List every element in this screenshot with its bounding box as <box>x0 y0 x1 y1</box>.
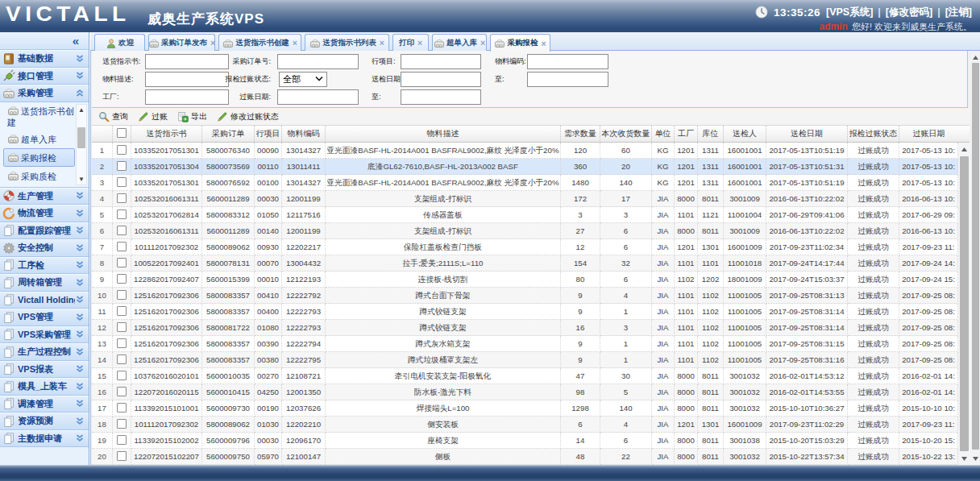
column-header[interactable]: 报检过账状态 <box>848 126 899 142</box>
grid-row-13[interactable]: 1312516201709230658000833570039012222794… <box>92 336 958 352</box>
grid-row-5[interactable]: 510253201706281458000833120105012117516传… <box>92 207 958 223</box>
checkbox-icon[interactable] <box>117 193 127 203</box>
tab-欢迎[interactable]: 欢迎 <box>94 34 145 51</box>
checkbox-icon[interactable] <box>117 161 127 171</box>
grid-row-20[interactable]: 2012207201510220756000097500597012100147… <box>92 449 958 465</box>
column-header[interactable]: 工厂 <box>675 126 698 142</box>
checkbox-icon[interactable] <box>117 403 127 413</box>
column-header[interactable]: 过账日期 <box>899 126 958 142</box>
submenu-scrollbar[interactable]: ▲ ▼ <box>76 104 87 185</box>
tab-close-icon[interactable]: × <box>417 39 422 47</box>
column-header[interactable]: 本次收货数量 <box>600 126 652 142</box>
filter-input-至[interactable] <box>401 89 481 105</box>
page-scrollbar-thumb[interactable] <box>972 63 979 450</box>
scroll-down-icon[interactable] <box>970 452 980 465</box>
filter-input-行项目[interactable] <box>401 54 481 69</box>
row-checkbox[interactable] <box>113 143 131 159</box>
checkbox-icon[interactable] <box>117 128 127 138</box>
row-checkbox[interactable] <box>113 272 131 288</box>
filter-input-采购订单号[interactable] <box>277 54 359 69</box>
tab-close-icon[interactable]: × <box>210 39 215 47</box>
column-header[interactable]: 需求数量 <box>561 126 600 142</box>
sidebar-group-采购管理[interactable]: 采购管理 <box>0 85 89 102</box>
grid-row-15[interactable]: 1510376201602010156000100350027012108721… <box>92 368 958 384</box>
row-checkbox[interactable] <box>113 352 131 368</box>
row-checkbox[interactable] <box>113 417 131 433</box>
checkbox-icon[interactable] <box>117 371 127 380</box>
grid-row-17[interactable]: 1711339201510100156000097300019012037626… <box>92 400 958 417</box>
row-checkbox[interactable] <box>113 288 131 304</box>
column-header[interactable]: 送检人 <box>724 126 766 142</box>
row-checkbox[interactable] <box>113 336 131 352</box>
grid-row-9[interactable]: 912286201709240756000153990001012122193连… <box>92 272 958 288</box>
tab-超单入库[interactable]: 超单入库× <box>432 34 487 51</box>
checkbox-icon[interactable] <box>117 419 127 429</box>
tab-打印[interactable]: 打印× <box>392 34 429 51</box>
grid-row-11[interactable]: 1112516201709230658000833570040012222793… <box>92 304 958 320</box>
toolbar-button-查询[interactable]: 查询 <box>98 110 128 123</box>
filter-input-过账日期[interactable] <box>277 89 359 105</box>
row-checkbox[interactable] <box>113 239 131 255</box>
column-header[interactable]: 行项目 <box>255 126 282 142</box>
row-checkbox[interactable] <box>113 255 131 272</box>
toolbar-button-过账[interactable]: 过账 <box>138 110 168 123</box>
checkbox-icon[interactable] <box>117 322 127 332</box>
grid-row-18[interactable]: 1810111201709230258000890620103012202210… <box>92 417 958 433</box>
checkbox-icon[interactable] <box>117 209 127 219</box>
scroll-up-icon[interactable] <box>958 143 970 155</box>
grid-row-3[interactable]: 310335201705130158000765920010013014327亚… <box>92 175 958 191</box>
sidebar-item-送货指示书创建[interactable]: 送货指示书创建 <box>0 102 77 131</box>
grid-row-2[interactable]: 210335201705130458000735690011013011411底… <box>92 159 958 175</box>
grid-scrollbar-thumb[interactable] <box>960 156 969 451</box>
checkbox-icon[interactable] <box>117 435 127 445</box>
sidebar-group-VPS采购管理[interactable]: VPS采购管理 <box>0 326 89 344</box>
tab-采购订单发布[interactable]: 采购订单发布× <box>148 34 215 51</box>
column-header[interactable]: 送检日期 <box>766 126 848 142</box>
scroll-down-icon[interactable] <box>958 452 970 465</box>
grid-row-10[interactable]: 1012516201709230658000833570041012222792… <box>92 288 958 304</box>
row-checkbox[interactable] <box>113 449 131 465</box>
column-header[interactable]: 单位 <box>652 126 675 142</box>
row-checkbox[interactable] <box>113 304 131 320</box>
sidebar-item-超单入库[interactable]: 超单入库 <box>0 131 77 147</box>
tab-close-icon[interactable]: × <box>541 39 546 48</box>
grid-row-19[interactable]: 1911339201510200256000097960003012096170… <box>92 433 958 449</box>
row-checkbox[interactable] <box>113 175 131 191</box>
column-header[interactable]: 物料描述 <box>326 126 561 142</box>
row-checkbox[interactable] <box>113 207 131 223</box>
sidebar-group-主数据申请[interactable]: 主数据申请 <box>0 430 89 448</box>
tab-送货指示书列表[interactable]: 送货指示书列表× <box>305 34 389 51</box>
filter-input-物料编码[interactable] <box>527 54 608 69</box>
filter-select-报检过账状态[interactable]: 全部 <box>279 72 327 87</box>
filter-input-送检日期[interactable] <box>401 72 481 87</box>
tab-close-icon[interactable]: × <box>380 39 384 47</box>
tab-close-icon[interactable]: × <box>293 39 297 47</box>
column-header[interactable]: 库位 <box>698 126 724 142</box>
grid-row-4[interactable]: 410253201606131156000112890003012001199支… <box>92 191 958 207</box>
row-checkbox[interactable] <box>113 433 131 449</box>
grid-row-1[interactable]: 110335201705130158000763400009013014327亚… <box>92 143 958 159</box>
column-header[interactable]: 采购订单 <box>202 126 255 142</box>
grid-row-12[interactable]: 1212516201709230658000817220108012222793… <box>92 320 958 336</box>
checkbox-icon[interactable] <box>117 306 127 316</box>
checkbox-icon[interactable] <box>117 451 127 461</box>
checkbox-icon[interactable] <box>117 338 127 348</box>
checkbox-icon[interactable] <box>117 242 127 251</box>
scroll-down-icon[interactable]: ▼ <box>77 174 86 185</box>
sidebar-group-配置跟踪管理[interactable]: 配置跟踪管理 <box>0 222 89 240</box>
sidebar-group-基础数据[interactable]: 基础数据 <box>0 50 89 68</box>
row-checkbox[interactable] <box>113 159 131 175</box>
sidebar-group-生产过程控制[interactable]: 生产过程控制 <box>0 343 89 361</box>
row-checkbox[interactable] <box>113 191 131 207</box>
sidebar-item-采购报检[interactable]: 采购报检 <box>3 148 75 167</box>
sidebar-group-工序检[interactable]: 工序检 <box>0 257 89 275</box>
header-link[interactable]: [修改密码] <box>886 6 932 19</box>
tab-close-icon[interactable]: × <box>480 39 485 47</box>
checkbox-icon[interactable] <box>117 145 127 155</box>
grid-row-8[interactable]: 810052201709240158000781310007013004432拉… <box>92 255 958 272</box>
checkbox-icon[interactable] <box>117 274 127 284</box>
grid-vertical-scrollbar[interactable] <box>958 143 970 465</box>
sidebar-group-模具_上装车[interactable]: 模具_上装车 <box>0 378 89 396</box>
sidebar-group-周转箱管理[interactable]: 周转箱管理 <box>0 274 89 292</box>
row-checkbox[interactable] <box>113 320 131 336</box>
